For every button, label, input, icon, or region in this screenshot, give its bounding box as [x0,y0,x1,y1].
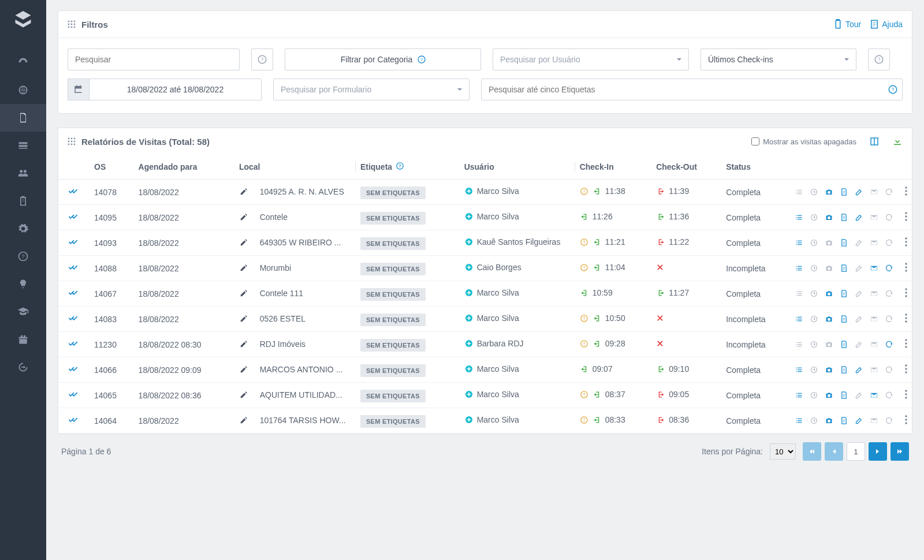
sidenav-users[interactable] [0,159,46,187]
add-user-icon[interactable] [464,339,474,348]
pagination-current[interactable]: 1 [847,442,865,461]
pencil-icon[interactable] [239,289,248,298]
action-edit[interactable] [854,416,863,425]
add-user-icon[interactable] [464,263,474,272]
row-menu[interactable] [899,364,907,375]
action-refresh[interactable] [884,289,893,298]
row-menu[interactable] [899,288,907,299]
action-list[interactable] [794,188,803,197]
tag-badge[interactable]: SEM ETIQUETAS [360,390,426,402]
action-mail[interactable] [869,213,878,222]
action-list[interactable] [794,213,803,222]
action-edit[interactable] [854,238,863,248]
table-row[interactable]: 14083 18/08/2022 0526 ESTEL SEM ETIQUETA… [58,307,912,332]
action-doc[interactable] [839,365,848,375]
help-icon[interactable]: ? [888,84,898,95]
row-menu[interactable] [899,263,907,274]
action-list[interactable] [794,238,803,248]
action-list[interactable] [794,365,803,375]
action-clock[interactable] [809,188,818,197]
action-clock[interactable] [809,264,818,273]
action-edit[interactable] [854,391,863,400]
action-cam[interactable] [824,416,833,425]
pencil-icon[interactable] [239,416,248,425]
tag-badge[interactable]: SEM ETIQUETAS [360,263,426,275]
pagination-first[interactable] [803,442,821,461]
action-clock[interactable] [809,213,818,222]
action-clock[interactable] [809,315,818,324]
action-refresh[interactable] [884,238,893,248]
tags-input[interactable] [481,79,903,100]
search-input[interactable] [68,48,240,70]
checkin-help-button[interactable]: ? [868,48,890,70]
action-cam[interactable] [824,391,833,400]
table-row[interactable]: 14088 18/08/2022 Morumbi SEM ETIQUETAS C… [58,256,912,281]
add-user-icon[interactable] [464,237,474,247]
form-filter[interactable]: Pesquisar por Formulario [273,79,470,100]
pencil-icon[interactable] [239,238,248,247]
user-filter[interactable]: Pesquisar por Usuário [493,48,689,70]
action-list[interactable] [794,416,803,425]
action-list[interactable] [794,315,803,324]
action-cam[interactable] [824,213,833,222]
table-row[interactable]: 14078 18/08/2022 104925 A. R. N. ALVES S… [58,180,912,205]
add-user-icon[interactable] [464,415,474,424]
tag-badge[interactable]: SEM ETIQUETAS [360,339,426,352]
col-user[interactable]: Usuário [460,155,575,180]
sidenav-graduation[interactable] [0,298,46,326]
pencil-icon[interactable] [239,339,248,349]
action-cam[interactable] [824,289,833,298]
row-menu[interactable] [899,415,907,426]
columns-button[interactable] [869,136,880,147]
table-row[interactable]: 11230 18/08/2022 08:30 RDJ Imóveis SEM E… [58,332,912,357]
action-list[interactable] [794,264,803,273]
row-menu[interactable] [899,212,907,223]
pencil-icon[interactable] [239,263,248,272]
action-cam[interactable] [824,315,833,324]
add-user-icon[interactable] [464,313,474,323]
table-row[interactable]: 14066 18/08/2022 09:09 MARCOS ANTONIO ..… [58,357,912,383]
tag-badge[interactable]: SEM ETIQUETAS [360,364,426,377]
action-mail[interactable] [869,289,878,298]
action-mail[interactable] [869,416,878,425]
help-link[interactable]: Ajuda [869,19,903,29]
action-clock[interactable] [809,365,818,375]
row-menu[interactable] [899,390,907,401]
action-refresh[interactable] [884,188,893,197]
action-clock[interactable] [809,238,818,248]
add-user-icon[interactable] [464,288,474,297]
action-list[interactable] [794,340,803,349]
row-menu[interactable] [899,339,907,350]
add-user-icon[interactable] [464,390,474,399]
action-list[interactable] [794,391,803,400]
action-refresh[interactable] [884,340,893,349]
sidenav-help[interactable]: ? [0,242,46,270]
pagination-next[interactable] [869,442,887,461]
pencil-icon[interactable] [239,314,248,323]
col-tag[interactable]: Etiqueta ? [356,155,460,180]
pencil-icon[interactable] [239,187,248,196]
table-row[interactable]: 14067 18/08/2022 Contele 111 SEM ETIQUET… [58,281,912,307]
action-doc[interactable] [839,264,848,273]
action-mail[interactable] [869,264,878,273]
action-clock[interactable] [809,391,818,400]
col-checkout[interactable]: Check-Out [651,155,721,180]
items-per-page-select[interactable]: 10 [770,443,796,460]
action-doc[interactable] [839,416,848,425]
tour-link[interactable]: Tour [833,19,861,29]
add-user-icon[interactable] [464,212,474,221]
action-refresh[interactable] [884,416,893,425]
download-button[interactable] [892,136,903,147]
add-user-icon[interactable] [464,186,474,196]
action-doc[interactable] [839,315,848,324]
table-row[interactable]: 14064 18/08/2022 101764 TARSIS HOW... SE… [58,408,912,434]
tag-badge[interactable]: SEM ETIQUETAS [360,212,426,225]
tag-badge[interactable]: SEM ETIQUETAS [360,288,426,301]
col-scheduled[interactable]: Agendado para [134,155,234,180]
col-checkin[interactable]: Check-In [575,155,652,180]
row-menu[interactable] [899,186,907,197]
date-range-picker[interactable]: 18/08/2022 até 18/08/2022 [68,79,262,100]
action-doc[interactable] [839,213,848,222]
sidenav-dashboard[interactable] [0,48,46,76]
action-edit[interactable] [854,289,863,298]
